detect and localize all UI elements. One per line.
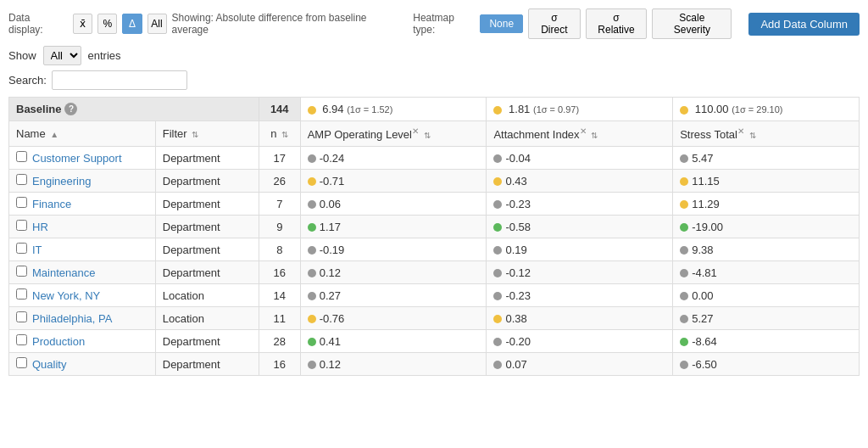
row-name-link[interactable]: Customer Support [32, 152, 122, 165]
row-checkbox[interactable] [16, 197, 27, 208]
sort-name-icon[interactable]: ▲ [50, 130, 58, 139]
sort-attach-icon[interactable]: ⇅ [591, 131, 598, 140]
show-label: Show [8, 49, 36, 62]
row-name-link[interactable]: Maintenance [32, 266, 95, 279]
col-header-attach: Attachment Index✕ ⇅ [487, 121, 673, 147]
row-n: 9 [259, 216, 300, 238]
icon-btn-x[interactable]: x̄ [73, 14, 92, 34]
row-name-link[interactable]: Production [32, 335, 85, 348]
row-name: HR [9, 216, 156, 238]
row-filter: Department [155, 261, 259, 284]
row-attach: -0.58 [487, 216, 673, 238]
row-name-link[interactable]: Quality [32, 358, 66, 371]
row-name-link[interactable]: IT [32, 244, 42, 256]
attach-dot [493, 106, 502, 115]
baseline-stress-val: 110.00 (1σ = 29.10) [695, 103, 783, 115]
row-stress: -8.64 [673, 330, 860, 353]
row-name-link[interactable]: New York, NY [32, 289, 100, 302]
row-amp: -0.76 [300, 307, 487, 330]
row-filter: Department [155, 170, 259, 193]
baseline-attach: 1.81 (1σ = 0.97) [487, 98, 673, 121]
row-checkbox[interactable] [16, 266, 27, 277]
row-attach: 0.19 [487, 238, 673, 261]
row-name-link[interactable]: Finance [32, 198, 71, 210]
showing-text: Showing: Absolute difference from baseli… [172, 12, 397, 36]
row-name: New York, NY [9, 284, 156, 307]
row-checkbox[interactable] [16, 288, 27, 300]
heatmap-btn-scale[interactable]: Scale Severity [652, 8, 732, 39]
row-name: Quality [9, 353, 156, 376]
icon-btn-delta[interactable]: Δ [122, 14, 142, 34]
top-bar: Data display: x̄ % Δ All Showing: Absolu… [8, 8, 860, 39]
row-name-link[interactable]: Philadelphia, PA [32, 312, 112, 325]
remove-attach-icon[interactable]: ✕ [580, 126, 587, 136]
row-n: 16 [259, 353, 300, 376]
row-filter: Department [155, 147, 259, 170]
row-amp: 0.12 [300, 353, 487, 376]
baseline-stress: 110.00 (1σ = 29.10) [673, 98, 860, 121]
row-name-link[interactable]: HR [32, 221, 48, 233]
row-attach: -0.20 [487, 330, 673, 353]
row-name: Customer Support [9, 147, 156, 170]
entries-select[interactable]: All 10 25 50 [43, 46, 81, 65]
row-checkbox[interactable] [16, 311, 27, 322]
row-checkbox[interactable] [16, 334, 27, 345]
row-checkbox[interactable] [16, 357, 27, 368]
data-display-section: Data display: x̄ % Δ All Showing: Absolu… [8, 12, 396, 36]
row-attach: -0.23 [487, 284, 673, 307]
row-checkbox[interactable] [16, 174, 27, 185]
heatmap-btn-direct[interactable]: σ Direct [528, 8, 580, 39]
remove-stress-icon[interactable]: ✕ [737, 126, 744, 136]
heatmap-btn-relative[interactable]: σ Relative [586, 8, 648, 39]
row-name: Maintenance [9, 261, 156, 284]
remove-amp-icon[interactable]: ✕ [412, 126, 419, 136]
table-row: Production Department 28 0.41 -0.20 -8.6… [9, 330, 860, 353]
row-n: 26 [259, 170, 300, 193]
row-amp: -0.71 [300, 170, 487, 193]
col-header-n: n ⇅ [259, 121, 300, 147]
col-header-stress: Stress Total✕ ⇅ [673, 121, 860, 147]
data-display-label: Data display: [8, 12, 64, 36]
icon-btn-pct[interactable]: % [97, 14, 117, 34]
row-filter: Department [155, 216, 259, 238]
row-stress: 9.38 [673, 238, 860, 261]
row-checkbox[interactable] [16, 220, 27, 231]
row-stress: 5.47 [673, 147, 860, 170]
row-stress: 11.15 [673, 170, 860, 193]
main-table: Baseline ? 144 6.94 (1σ = 1.52) 1.81 (1σ… [8, 97, 860, 376]
row-n: 7 [259, 193, 300, 216]
table-row: Customer Support Department 17 -0.24 -0.… [9, 147, 860, 170]
help-icon[interactable]: ? [64, 103, 77, 115]
col-header-amp: AMP Operating Level✕ ⇅ [300, 121, 487, 147]
stress-dot [680, 106, 688, 115]
baseline-label: Baseline [16, 103, 61, 115]
sort-filter-icon[interactable]: ⇅ [192, 130, 198, 139]
heatmap-btn-none[interactable]: None [480, 14, 523, 33]
row-attach: -0.12 [487, 261, 673, 284]
table-row: IT Department 8 -0.19 0.19 9.38 [9, 238, 860, 261]
search-input[interactable] [52, 70, 187, 90]
row-amp: -0.24 [300, 147, 487, 170]
row-stress: -4.81 [673, 261, 860, 284]
sort-n-icon[interactable]: ⇅ [281, 130, 288, 139]
add-data-column-button[interactable]: Add Data Column [748, 13, 860, 36]
sort-amp-icon[interactable]: ⇅ [424, 131, 431, 140]
row-checkbox[interactable] [16, 243, 27, 254]
row-name: Engineering [9, 170, 156, 193]
table-row: New York, NY Location 14 0.27 -0.23 0.00 [9, 284, 860, 307]
row-filter: Department [155, 353, 259, 376]
row-filter: Location [155, 284, 259, 307]
row-checkbox[interactable] [16, 151, 27, 162]
amp-dot [308, 106, 316, 115]
row-n: 28 [259, 330, 300, 353]
sort-stress-icon[interactable]: ⇅ [749, 131, 756, 140]
icon-btn-all[interactable]: All [147, 14, 167, 34]
row-stress: -6.50 [673, 353, 860, 376]
row-stress: -19.00 [673, 216, 860, 238]
baseline-amp: 6.94 (1σ = 1.52) [300, 98, 487, 121]
row-attach: -0.23 [487, 193, 673, 216]
row-amp: 1.17 [300, 216, 487, 238]
row-filter: Department [155, 238, 259, 261]
row-name-link[interactable]: Engineering [32, 175, 91, 188]
search-label: Search: [8, 74, 47, 87]
